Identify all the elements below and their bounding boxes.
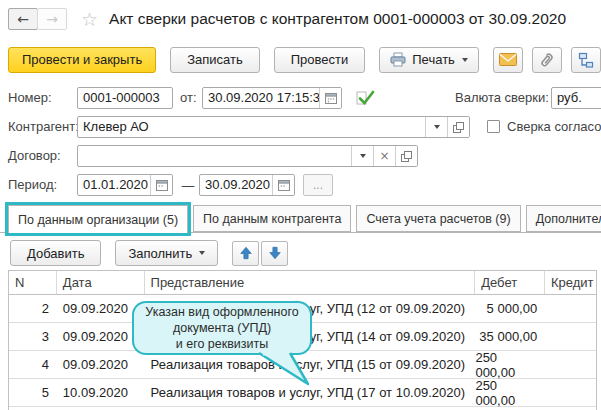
column-header-date[interactable]: Дата [57, 271, 145, 294]
counterparty-open-button[interactable] [447, 117, 469, 137]
forward-arrow-icon: → [46, 11, 58, 27]
arrow-up-icon [239, 246, 253, 260]
annotation-callout-tail [256, 351, 316, 391]
contract-value [78, 146, 351, 166]
write-button[interactable]: Записать [170, 47, 260, 73]
reconciliation-approved-label: Сверка согласована [507, 116, 601, 138]
date-value: 30.09.2020 17:15:36 [203, 88, 319, 108]
cell-n: 4 [9, 357, 57, 372]
table-command-bar: Добавить Заполнить [10, 240, 288, 266]
callout-text-line: и его реквизиты [176, 336, 269, 352]
number-input[interactable]: 0001-000003 [77, 87, 173, 109]
fill-dropdown-caret-icon [199, 251, 205, 255]
cell-date: 09.09.2020 [57, 357, 145, 372]
tab-additional[interactable]: Дополнительно [526, 205, 601, 232]
set-current-date-button[interactable] [356, 89, 375, 107]
upd-highlighted-text: УПД (17 от 10.09.2020) [327, 385, 465, 400]
number-value: 0001-000003 [78, 88, 172, 108]
document-structure-button[interactable] [571, 47, 601, 73]
column-header-description[interactable]: Представление [145, 271, 476, 294]
tab-by-counterparty-data[interactable]: По данным контрагента [193, 205, 351, 232]
reconciliation-approved-checkbox[interactable] [487, 120, 500, 133]
period-from-value: 01.01.2020 [78, 175, 150, 195]
reconciliation-act-window: ← → ☆ Акт сверки расчетов с контрагентом… [0, 0, 601, 410]
period-label: Период: [8, 174, 57, 196]
table-header-row: N Дата Представление Дебет Кредит [9, 271, 596, 295]
contract-clear-button[interactable]: × [373, 146, 395, 166]
fill-label: Заполнить [128, 246, 192, 261]
cell-debit: 250 000,00 [475, 350, 545, 380]
printer-icon [390, 52, 406, 67]
tab-settlement-accounts[interactable]: Счета учета расчетов (9) [356, 205, 520, 232]
period-more-button[interactable]: ... [303, 174, 333, 196]
column-header-debit[interactable]: Дебет [475, 271, 545, 294]
period-from-input[interactable]: 01.01.2020 [77, 174, 173, 196]
tab-label: Дополнительно [536, 212, 601, 226]
contract-open-button[interactable] [395, 146, 417, 166]
email-button[interactable] [493, 47, 523, 73]
attachments-button[interactable] [532, 47, 562, 73]
tab-label: По данным организации (5) [18, 213, 178, 227]
contract-label: Договор: [8, 145, 61, 167]
cell-debit: 35 000,00 [475, 329, 545, 344]
contract-dropdown-button[interactable] [351, 146, 373, 166]
fill-button[interactable]: Заполнить [115, 240, 218, 266]
counterparty-value: Клевер АО [78, 117, 425, 137]
tabstrip: По данным организации (5) По данным конт… [8, 205, 601, 233]
calendar-icon [156, 179, 168, 191]
counterparty-label: Контрагент: [8, 116, 79, 138]
back-button[interactable]: ← [8, 8, 38, 30]
date-calendar-button[interactable] [319, 88, 341, 108]
forward-button[interactable]: → [37, 8, 67, 30]
add-row-button[interactable]: Добавить [10, 240, 101, 266]
counterparty-input[interactable]: Клевер АО [77, 116, 470, 138]
cell-n: 3 [9, 329, 57, 344]
post-and-close-button[interactable]: Провести и закрыть [8, 47, 156, 73]
arrow-down-icon [268, 246, 282, 260]
cell-n: 5 [9, 385, 57, 400]
post-button[interactable]: Провести [274, 47, 366, 73]
period-to-input[interactable]: 30.09.2020 [199, 174, 295, 196]
paperclip-icon [537, 49, 557, 70]
chevron-down-icon [360, 154, 366, 158]
callout-text-line: документа (УПД) [173, 320, 271, 336]
back-arrow-icon: ← [17, 11, 29, 27]
print-label: Печать [412, 52, 455, 67]
annotation-callout-bubble: Указан вид оформленного документа (УПД) … [132, 301, 312, 355]
green-check-icon [356, 89, 375, 107]
print-button[interactable]: Печать [379, 47, 479, 73]
tab-by-organization-data[interactable]: По данным организации (5) [8, 205, 188, 233]
callout-text-line: Указан вид оформленного [145, 304, 298, 320]
tab-label: По данным контрагента [203, 212, 341, 226]
chevron-down-icon [434, 125, 440, 129]
contract-input[interactable]: × [77, 145, 418, 167]
date-input[interactable]: 30.09.2020 17:15:36 [202, 87, 342, 109]
move-row-down-button[interactable] [261, 241, 288, 266]
currency-input[interactable]: руб. [551, 87, 601, 109]
structure-icon [578, 52, 594, 68]
page-title: Акт сверки расчетов с контрагентом 0001-… [109, 10, 566, 28]
open-form-icon [401, 151, 412, 162]
counterparty-dropdown-button[interactable] [425, 117, 447, 137]
toolbar: Провести и закрыть Записать Провести Печ… [8, 46, 601, 73]
column-header-n[interactable]: N [9, 271, 57, 294]
clear-x-icon: × [379, 149, 389, 163]
titlebar: ← → ☆ Акт сверки расчетов с контрагентом… [8, 6, 566, 32]
currency-value: руб. [552, 88, 601, 108]
open-form-icon [453, 122, 464, 133]
calendar-icon [278, 179, 290, 191]
period-to-calendar-button[interactable] [272, 175, 294, 195]
column-header-credit[interactable]: Кредит [545, 271, 596, 294]
period-dash: — [181, 174, 195, 196]
period-from-calendar-button[interactable] [150, 175, 172, 195]
number-label: Номер: [8, 87, 52, 109]
envelope-icon [499, 53, 517, 66]
cell-debit: 250 000,00 [475, 378, 545, 408]
currency-label: Валюта сверки: [455, 87, 549, 109]
date-label: от: [180, 87, 197, 109]
move-row-up-button[interactable] [232, 241, 259, 266]
cell-date: 10.09.2020 [57, 385, 145, 400]
favorite-star-icon[interactable]: ☆ [81, 8, 98, 30]
calendar-icon [325, 92, 337, 104]
cell-n: 2 [9, 301, 57, 316]
